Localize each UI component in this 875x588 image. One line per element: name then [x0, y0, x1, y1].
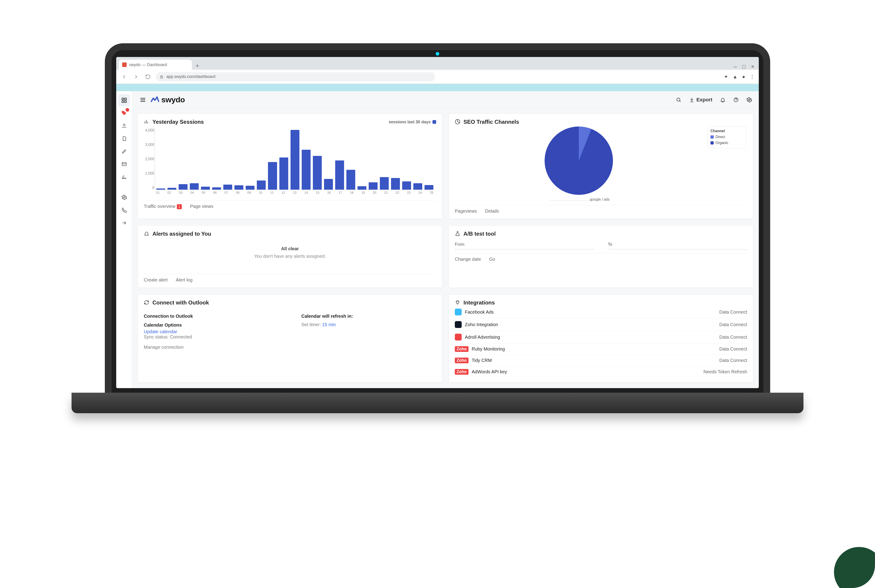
- sidebar-item-chart[interactable]: [118, 171, 130, 183]
- bar: [380, 177, 389, 190]
- close-button[interactable]: ×: [751, 63, 754, 70]
- laptop-base: [72, 393, 803, 413]
- export-button[interactable]: Export: [689, 97, 712, 103]
- ab-to-label: To: [608, 242, 612, 247]
- tab-alert-log[interactable]: Alert log: [176, 278, 193, 283]
- integration-row[interactable]: Facebook AdsData Connect: [455, 306, 747, 318]
- bar: [190, 183, 199, 190]
- forward-button[interactable]: [132, 73, 140, 81]
- help-icon: [733, 97, 739, 102]
- card-title: Alerts assigned to You: [153, 231, 211, 237]
- integration-badge: Zoho: [455, 369, 469, 375]
- pie-callout: google / ads: [549, 200, 608, 201]
- sync-icon: [144, 300, 150, 306]
- menu-icon: [140, 97, 146, 103]
- integration-row[interactable]: Zoho IntegrationData Connect: [455, 318, 747, 331]
- integration-status: Data Connect: [719, 309, 747, 315]
- integration-status: Data Connect: [719, 334, 747, 340]
- integration-row[interactable]: Adroll AdvertisingData Connect: [455, 331, 747, 344]
- pie-chart: [545, 126, 613, 195]
- integration-badge: Zoho: [455, 346, 469, 352]
- address-bar[interactable]: app.swydo.com/dashboard: [156, 72, 435, 81]
- flask-icon: [455, 231, 461, 237]
- doc-icon: [121, 136, 127, 141]
- tab-create-alert[interactable]: Create alert: [144, 278, 168, 283]
- search-icon: [676, 97, 681, 102]
- brand-logo[interactable]: swydo: [151, 95, 185, 104]
- browser-tabbar: swydo — Dashboard + – □ ×: [116, 57, 759, 70]
- integration-icon: [455, 334, 461, 340]
- reload-button[interactable]: [144, 73, 152, 81]
- extension-icon[interactable]: ✦: [724, 74, 728, 80]
- integration-name: Tidy CRM: [472, 358, 716, 363]
- bar: [324, 179, 333, 190]
- bar: [291, 130, 300, 190]
- integration-row[interactable]: ZohoRuby MonitoringData Connect: [455, 344, 747, 355]
- card-ab-test: A/B test tool From To Change date Go: [449, 225, 753, 288]
- bar: [302, 150, 310, 190]
- notifications-button[interactable]: [720, 97, 725, 102]
- integration-row[interactable]: ZohoTidy CRMData Connect: [455, 355, 747, 366]
- integration-name: Facebook Ads: [465, 309, 716, 315]
- tab-traffic-overview[interactable]: Traffic overview1: [144, 204, 182, 209]
- ab-from-label: From: [455, 242, 464, 247]
- card-outlook: Connect with Outlook Connection to Outlo…: [138, 294, 442, 382]
- tab-details[interactable]: Details: [485, 208, 499, 214]
- help-button[interactable]: [733, 97, 739, 102]
- svg-rect-2: [124, 98, 126, 100]
- profile-icon[interactable]: ●: [742, 74, 745, 80]
- tab-page-views[interactable]: Page views: [190, 204, 213, 209]
- bar: [257, 180, 266, 190]
- ab-from-input[interactable]: [455, 249, 594, 249]
- minimize-button[interactable]: –: [734, 63, 737, 70]
- mail-icon: [121, 161, 127, 167]
- svg-rect-1: [122, 98, 124, 100]
- timer-value[interactable]: 15 min: [322, 322, 336, 327]
- sidebar-item-tag[interactable]: [118, 107, 130, 119]
- bar: [391, 178, 400, 190]
- sidebar-item-mail[interactable]: [118, 158, 130, 170]
- svg-rect-4: [124, 101, 126, 102]
- bar: [212, 188, 221, 190]
- new-tab-button[interactable]: +: [193, 62, 201, 70]
- svg-point-8: [677, 98, 680, 101]
- arrow-icon: [121, 220, 127, 226]
- extension-icon[interactable]: ▲: [733, 74, 737, 80]
- svg-rect-0: [160, 76, 163, 78]
- ab-to-input[interactable]: [608, 249, 748, 249]
- bar: [313, 156, 322, 190]
- sidebar-item-edit[interactable]: [118, 146, 130, 157]
- card-sessions-bar: Yesterday Sessions sessions last 30 days…: [138, 114, 442, 219]
- back-button[interactable]: [120, 73, 128, 81]
- empty-state: All clear You don't have any alerts assi…: [144, 237, 436, 270]
- plug-icon: [455, 300, 461, 306]
- browser-tab[interactable]: swydo — Dashboard: [119, 60, 192, 70]
- sidebar-item-phone[interactable]: [118, 204, 130, 216]
- gear-icon: [121, 195, 127, 200]
- bar: [201, 187, 210, 190]
- camera-dot: [436, 52, 439, 56]
- tab-pageviews[interactable]: Pageviews: [455, 208, 477, 214]
- sidebar-item-settings[interactable]: [118, 192, 130, 203]
- integration-row[interactable]: ZohoAdWords API keyNeeds Token Refresh: [455, 366, 747, 377]
- sidebar-item-reports[interactable]: [118, 133, 130, 144]
- tab-go[interactable]: Go: [489, 256, 495, 262]
- card-title: Integrations: [463, 300, 495, 306]
- update-calendar-link[interactable]: Update calendar: [144, 329, 279, 334]
- settings-button[interactable]: [746, 97, 752, 102]
- bar: [424, 185, 433, 190]
- hamburger-button[interactable]: [139, 96, 147, 104]
- integration-status: Data Connect: [719, 358, 747, 363]
- sidebar-item-arrow[interactable]: [118, 217, 130, 229]
- bar: [358, 186, 366, 190]
- search-button[interactable]: [676, 97, 681, 102]
- x-axis: 0102030405060708091011121314151617181920…: [155, 191, 435, 196]
- bar: [223, 184, 232, 190]
- sidebar-rail: [116, 91, 132, 388]
- integration-name: AdWords API key: [472, 369, 700, 375]
- sidebar-item-dashboard[interactable]: [118, 94, 130, 106]
- tab-change-date[interactable]: Change date: [455, 256, 481, 262]
- menu-icon[interactable]: ⋮: [750, 74, 755, 80]
- sidebar-item-clients[interactable]: [118, 120, 130, 132]
- maximize-button[interactable]: □: [742, 63, 746, 70]
